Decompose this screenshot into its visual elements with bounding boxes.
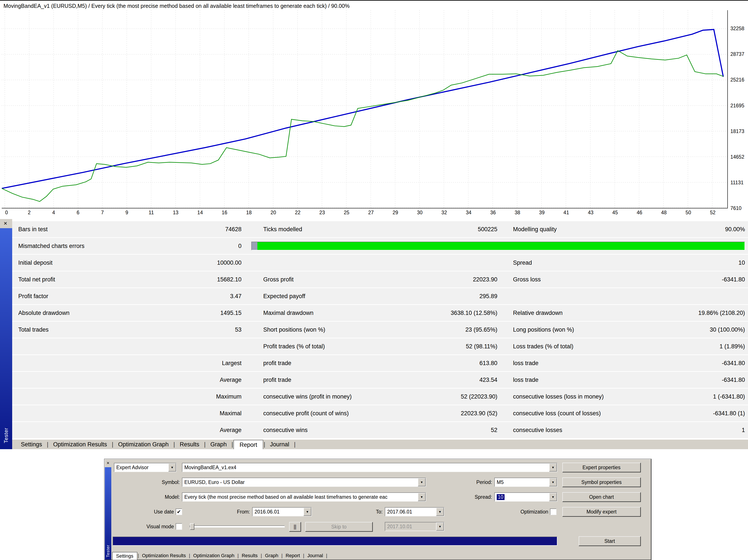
report-row: Mismatched charts errors0 [12, 238, 748, 255]
dropdown-arrow-icon[interactable]: ▼ [418, 493, 426, 501]
x-axis-label: 50 [682, 210, 695, 216]
skip-date-combobox[interactable]: 2017.10.01 ▼ [385, 522, 444, 531]
open-chart-button[interactable]: Open chart [562, 492, 640, 502]
spread-value: 10 [497, 494, 505, 500]
expert-type-combobox[interactable]: Expert Advisor ▼ [114, 463, 177, 472]
symbol-properties-button[interactable]: Symbol properties [562, 478, 640, 487]
tab-optimization-results[interactable]: Optimization Results [49, 441, 112, 448]
test-progress-bar [113, 537, 557, 546]
x-axis-label: 0 [0, 210, 13, 216]
from-date-combobox[interactable]: 2016.06.01 ▼ [252, 507, 312, 516]
report-label: Short positions (won %) [263, 326, 391, 333]
y-axis-label: 18173 [730, 128, 747, 134]
report-value: 19.86% (2108.20) [630, 310, 745, 316]
report-value: 3638.10 (12.58%) [391, 310, 497, 316]
x-axis-label: 20 [267, 210, 280, 216]
use-date-checkbox[interactable]: ✔ [176, 509, 182, 515]
report-value: Average [160, 427, 241, 434]
tab-results[interactable]: Results [176, 441, 204, 448]
report-value: -6341.80 [630, 360, 745, 367]
report-value: 15682.10 [160, 276, 241, 283]
dropdown-arrow-icon[interactable]: ▼ [436, 522, 444, 531]
report-value: 613.80 [391, 360, 497, 367]
dropdown-arrow-icon[interactable]: ▼ [549, 463, 557, 471]
x-axis-label: 13 [169, 210, 182, 216]
slider-thumb[interactable] [190, 523, 194, 530]
tab-separator: | [173, 441, 176, 448]
tab-settings[interactable]: Settings [112, 552, 137, 560]
tab-optimization-graph[interactable]: Optimization Graph [191, 552, 237, 559]
tab-separator: | [188, 553, 191, 558]
start-button[interactable]: Start [579, 536, 640, 546]
report-label: consecutive wins [263, 427, 391, 434]
expert-properties-button[interactable]: Expert properties [562, 463, 640, 472]
from-label: From: [218, 507, 250, 516]
dropdown-arrow-icon[interactable]: ▼ [549, 493, 557, 501]
x-axis-label: 45 [609, 210, 622, 216]
report-label: consecutive wins (profit in money) [263, 393, 391, 400]
optimization-label: Optimization [502, 507, 548, 516]
close-icon[interactable]: × [105, 460, 111, 466]
expert-advisor-combobox[interactable]: MovingBandEA_v1.ex4 ▼ [182, 463, 557, 472]
tab-optimization-graph[interactable]: Optimization Graph [114, 441, 173, 448]
report-label: Spread [513, 260, 630, 266]
report-row: Averageconsecutive wins52consecutive los… [12, 422, 748, 439]
report-label: Bars in test [18, 226, 160, 233]
symbol-combobox[interactable]: EURUSD, Euro - US Dollar ▼ [182, 478, 426, 487]
report-value: -6341.80 (1) [630, 410, 745, 417]
skip-date-value: 2017.10.01 [385, 522, 436, 531]
y-axis-label: 7610 [730, 205, 747, 211]
x-axis-label: 11 [145, 210, 158, 216]
tab-separator: | [111, 441, 114, 448]
report-label: Gross profit [263, 276, 391, 283]
tab-graph[interactable]: Graph [206, 441, 231, 448]
report-label: Absolute drawdown [18, 310, 160, 316]
dropdown-arrow-icon[interactable]: ▼ [549, 478, 557, 486]
from-date-value: 2016.06.01 [253, 508, 303, 516]
report-label: Ticks modelled [263, 226, 391, 233]
dropdown-arrow-icon[interactable]: ▼ [436, 508, 444, 516]
tester-panel-label: Tester [106, 545, 111, 557]
report-row: Initial deposit10000.00Spread10 [12, 255, 748, 271]
tab-graph[interactable]: Graph [262, 552, 281, 559]
optimization-checkbox[interactable] [550, 509, 557, 515]
tab-separator: | [263, 441, 266, 448]
tab-report[interactable]: Report [283, 552, 303, 559]
tab-report[interactable]: Report [233, 440, 263, 449]
bar-gray-segment [252, 242, 257, 250]
tab-optimization-results[interactable]: Optimization Results [139, 552, 188, 559]
pause-button[interactable]: || [289, 522, 301, 532]
modify-expert-button[interactable]: Modify expert [562, 507, 640, 516]
tab-results[interactable]: Results [239, 552, 260, 559]
report-label: Relative drawdown [513, 310, 630, 316]
tab-settings[interactable]: Settings [17, 441, 47, 448]
tab-journal[interactable]: Journal [305, 552, 326, 559]
report-value: 0 [160, 243, 241, 249]
report-label: Gross loss [513, 276, 630, 283]
report-row: Absolute drawdown1495.15Maximal drawdown… [12, 305, 748, 322]
model-label: Model: [136, 492, 180, 502]
tab-separator: | [294, 441, 296, 448]
period-combobox[interactable]: M5 ▼ [494, 478, 557, 487]
x-axis-label: 36 [487, 210, 499, 216]
report-value: 23 (95.65%) [391, 326, 497, 333]
visual-mode-checkbox[interactable] [176, 523, 182, 530]
y-axis-label: 11131 [730, 180, 747, 186]
dropdown-arrow-icon[interactable]: ▼ [168, 463, 176, 471]
x-axis-label: 14 [193, 210, 207, 216]
close-icon[interactable]: × [2, 220, 9, 227]
to-label: To: [357, 507, 382, 516]
dropdown-arrow-icon[interactable]: ▼ [303, 508, 311, 516]
tester-panel-label: Tester [3, 428, 9, 443]
tester-settings-panel: × Tester Expert Advisor ▼ MovingBandEA_v… [104, 459, 651, 560]
tab-journal[interactable]: Journal [266, 441, 294, 448]
symbol-label: Symbol: [136, 478, 180, 487]
spread-combobox[interactable]: 10 ▼ [494, 492, 557, 502]
x-axis-label: 18 [242, 210, 255, 216]
report-row: Maximumconsecutive wins (profit in money… [12, 389, 748, 405]
model-combobox[interactable]: Every tick (the most precise method base… [182, 492, 426, 502]
visual-mode-speed-slider[interactable] [190, 526, 285, 528]
skip-to-button[interactable]: Skip to [305, 522, 373, 532]
dropdown-arrow-icon[interactable]: ▼ [418, 478, 426, 486]
to-date-combobox[interactable]: 2017.06.01 ▼ [385, 507, 444, 516]
